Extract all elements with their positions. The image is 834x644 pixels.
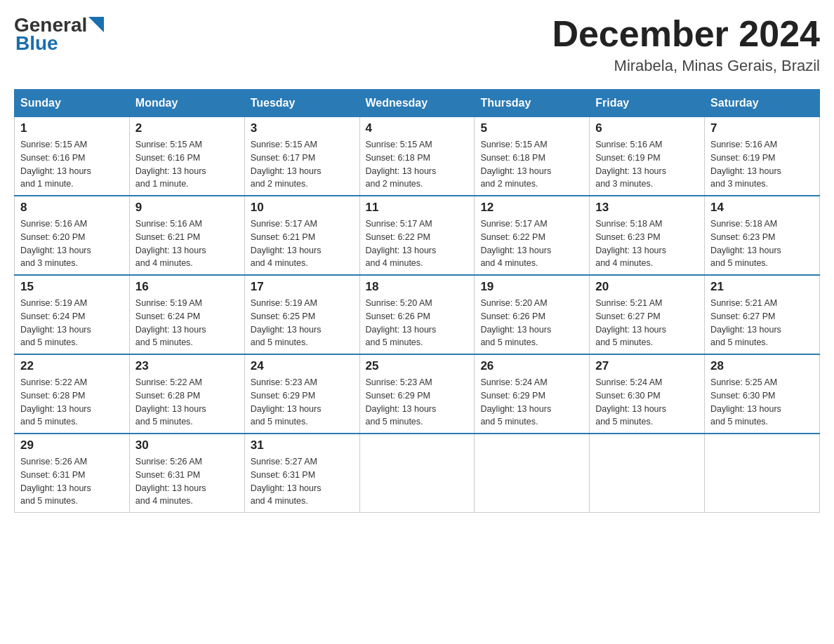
day-info: Sunrise: 5:16 AMSunset: 6:19 PMDaylight:… — [595, 138, 699, 191]
calendar-cell: 25Sunrise: 5:23 AMSunset: 6:29 PMDayligh… — [359, 354, 475, 434]
logo-blue-text: Blue — [15, 32, 58, 54]
calendar-week-4: 22Sunrise: 5:22 AMSunset: 6:28 PMDayligh… — [15, 354, 820, 434]
day-info: Sunrise: 5:26 AMSunset: 6:31 PMDaylight:… — [20, 455, 124, 508]
day-info: Sunrise: 5:24 AMSunset: 6:29 PMDaylight:… — [480, 376, 583, 429]
calendar-cell: 26Sunrise: 5:24 AMSunset: 6:29 PMDayligh… — [475, 354, 590, 434]
day-info: Sunrise: 5:23 AMSunset: 6:29 PMDaylight:… — [251, 376, 354, 429]
day-info: Sunrise: 5:19 AMSunset: 6:25 PMDaylight:… — [251, 297, 354, 349]
day-info: Sunrise: 5:16 AMSunset: 6:20 PMDaylight:… — [20, 217, 124, 270]
header-tuesday: Tuesday — [244, 90, 359, 117]
calendar-cell: 4Sunrise: 5:15 AMSunset: 6:18 PMDaylight… — [359, 117, 475, 196]
day-info: Sunrise: 5:17 AMSunset: 6:21 PMDaylight:… — [251, 217, 354, 270]
calendar-header-row: SundayMondayTuesdayWednesdayThursdayFrid… — [15, 90, 820, 117]
page-header: General Blue December 2024 Mirabela, Min… — [14, 14, 820, 75]
calendar-cell: 20Sunrise: 5:21 AMSunset: 6:27 PMDayligh… — [590, 275, 705, 354]
title-area: December 2024 Mirabela, Minas Gerais, Br… — [552, 14, 820, 75]
day-number: 6 — [595, 121, 699, 135]
day-number: 3 — [251, 121, 354, 135]
day-number: 17 — [251, 280, 354, 294]
day-info: Sunrise: 5:15 AMSunset: 6:18 PMDaylight:… — [366, 138, 469, 191]
calendar-table: SundayMondayTuesdayWednesdayThursdayFrid… — [14, 89, 820, 513]
day-number: 12 — [480, 201, 583, 215]
calendar-cell: 17Sunrise: 5:19 AMSunset: 6:25 PMDayligh… — [244, 275, 359, 354]
day-info: Sunrise: 5:18 AMSunset: 6:23 PMDaylight:… — [710, 217, 814, 270]
day-info: Sunrise: 5:22 AMSunset: 6:28 PMDaylight:… — [135, 376, 239, 429]
day-info: Sunrise: 5:16 AMSunset: 6:21 PMDaylight:… — [135, 217, 239, 270]
header-friday: Friday — [590, 90, 705, 117]
day-info: Sunrise: 5:21 AMSunset: 6:27 PMDaylight:… — [710, 297, 814, 349]
calendar-cell: 16Sunrise: 5:19 AMSunset: 6:24 PMDayligh… — [129, 275, 244, 354]
calendar-subtitle: Mirabela, Minas Gerais, Brazil — [552, 57, 820, 75]
calendar-cell — [359, 434, 475, 513]
day-number: 20 — [595, 280, 699, 294]
day-info: Sunrise: 5:15 AMSunset: 6:17 PMDaylight:… — [251, 138, 354, 191]
day-number: 11 — [366, 201, 469, 215]
day-number: 9 — [135, 201, 239, 215]
day-info: Sunrise: 5:24 AMSunset: 6:30 PMDaylight:… — [595, 376, 699, 429]
day-info: Sunrise: 5:17 AMSunset: 6:22 PMDaylight:… — [480, 217, 583, 270]
day-number: 18 — [366, 280, 469, 294]
header-saturday: Saturday — [705, 90, 820, 117]
day-info: Sunrise: 5:20 AMSunset: 6:26 PMDaylight:… — [366, 297, 469, 349]
day-info: Sunrise: 5:15 AMSunset: 6:16 PMDaylight:… — [20, 138, 124, 191]
day-number: 2 — [135, 121, 239, 135]
header-thursday: Thursday — [475, 90, 590, 117]
calendar-week-1: 1Sunrise: 5:15 AMSunset: 6:16 PMDaylight… — [15, 117, 820, 196]
day-info: Sunrise: 5:19 AMSunset: 6:24 PMDaylight:… — [135, 297, 239, 349]
day-number: 28 — [710, 359, 814, 373]
day-info: Sunrise: 5:26 AMSunset: 6:31 PMDaylight:… — [135, 455, 239, 508]
calendar-cell: 22Sunrise: 5:22 AMSunset: 6:28 PMDayligh… — [15, 354, 130, 434]
calendar-cell: 9Sunrise: 5:16 AMSunset: 6:21 PMDaylight… — [129, 196, 244, 275]
logo-triangle-icon — [88, 17, 104, 32]
header-wednesday: Wednesday — [359, 90, 475, 117]
day-number: 25 — [366, 359, 469, 373]
calendar-cell: 19Sunrise: 5:20 AMSunset: 6:26 PMDayligh… — [475, 275, 590, 354]
day-number: 5 — [480, 121, 583, 135]
day-info: Sunrise: 5:20 AMSunset: 6:26 PMDaylight:… — [480, 297, 583, 349]
calendar-cell: 8Sunrise: 5:16 AMSunset: 6:20 PMDaylight… — [15, 196, 130, 275]
calendar-cell: 10Sunrise: 5:17 AMSunset: 6:21 PMDayligh… — [244, 196, 359, 275]
day-info: Sunrise: 5:22 AMSunset: 6:28 PMDaylight:… — [20, 376, 124, 429]
calendar-cell — [590, 434, 705, 513]
calendar-cell: 13Sunrise: 5:18 AMSunset: 6:23 PMDayligh… — [590, 196, 705, 275]
calendar-cell: 27Sunrise: 5:24 AMSunset: 6:30 PMDayligh… — [590, 354, 705, 434]
calendar-week-5: 29Sunrise: 5:26 AMSunset: 6:31 PMDayligh… — [15, 434, 820, 513]
day-number: 14 — [710, 201, 814, 215]
calendar-cell: 15Sunrise: 5:19 AMSunset: 6:24 PMDayligh… — [15, 275, 130, 354]
day-info: Sunrise: 5:23 AMSunset: 6:29 PMDaylight:… — [366, 376, 469, 429]
calendar-cell: 21Sunrise: 5:21 AMSunset: 6:27 PMDayligh… — [705, 275, 820, 354]
calendar-cell — [475, 434, 590, 513]
day-info: Sunrise: 5:19 AMSunset: 6:24 PMDaylight:… — [20, 297, 124, 349]
calendar-cell: 14Sunrise: 5:18 AMSunset: 6:23 PMDayligh… — [705, 196, 820, 275]
day-number: 31 — [251, 438, 354, 452]
day-info: Sunrise: 5:15 AMSunset: 6:16 PMDaylight:… — [135, 138, 239, 191]
calendar-cell — [705, 434, 820, 513]
day-number: 15 — [20, 280, 124, 294]
calendar-cell: 5Sunrise: 5:15 AMSunset: 6:18 PMDaylight… — [475, 117, 590, 196]
calendar-cell: 6Sunrise: 5:16 AMSunset: 6:19 PMDaylight… — [590, 117, 705, 196]
day-number: 24 — [251, 359, 354, 373]
calendar-cell: 2Sunrise: 5:15 AMSunset: 6:16 PMDaylight… — [129, 117, 244, 196]
calendar-cell: 30Sunrise: 5:26 AMSunset: 6:31 PMDayligh… — [129, 434, 244, 513]
day-number: 19 — [480, 280, 583, 294]
calendar-cell: 23Sunrise: 5:22 AMSunset: 6:28 PMDayligh… — [129, 354, 244, 434]
day-number: 13 — [595, 201, 699, 215]
day-number: 21 — [710, 280, 814, 294]
calendar-cell: 29Sunrise: 5:26 AMSunset: 6:31 PMDayligh… — [15, 434, 130, 513]
day-number: 4 — [366, 121, 469, 135]
calendar-cell: 24Sunrise: 5:23 AMSunset: 6:29 PMDayligh… — [244, 354, 359, 434]
calendar-cell: 3Sunrise: 5:15 AMSunset: 6:17 PMDaylight… — [244, 117, 359, 196]
header-monday: Monday — [129, 90, 244, 117]
calendar-cell: 11Sunrise: 5:17 AMSunset: 6:22 PMDayligh… — [359, 196, 475, 275]
calendar-cell: 7Sunrise: 5:16 AMSunset: 6:19 PMDaylight… — [705, 117, 820, 196]
day-number: 26 — [480, 359, 583, 373]
calendar-cell: 28Sunrise: 5:25 AMSunset: 6:30 PMDayligh… — [705, 354, 820, 434]
calendar-cell: 12Sunrise: 5:17 AMSunset: 6:22 PMDayligh… — [475, 196, 590, 275]
day-number: 30 — [135, 438, 239, 452]
day-number: 10 — [251, 201, 354, 215]
day-number: 23 — [135, 359, 239, 373]
calendar-cell: 18Sunrise: 5:20 AMSunset: 6:26 PMDayligh… — [359, 275, 475, 354]
day-info: Sunrise: 5:25 AMSunset: 6:30 PMDaylight:… — [710, 376, 814, 429]
day-info: Sunrise: 5:18 AMSunset: 6:23 PMDaylight:… — [595, 217, 699, 270]
day-info: Sunrise: 5:15 AMSunset: 6:18 PMDaylight:… — [480, 138, 583, 191]
